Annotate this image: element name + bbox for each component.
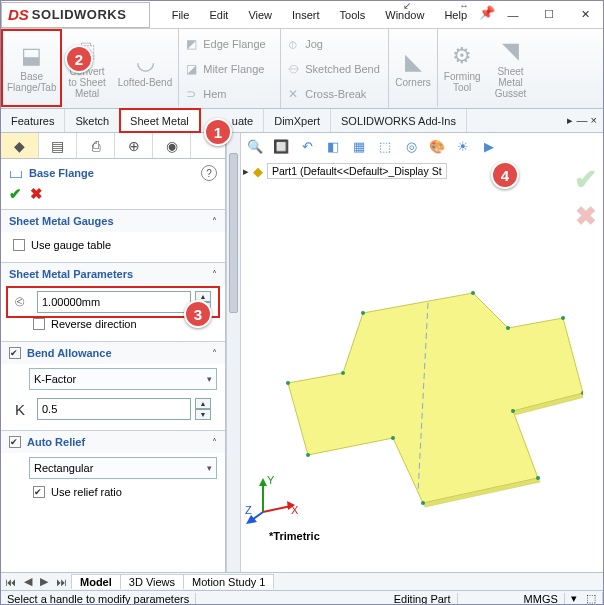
sketched-bend-label: Sketched Bend: [305, 63, 380, 75]
view-name: *Trimetric: [269, 530, 320, 542]
prev-view-icon[interactable]: ↶: [297, 137, 317, 155]
part-name[interactable]: Part1 (Default<<Default>_Display St: [267, 163, 447, 179]
svg-point-10: [536, 476, 540, 480]
k-spinner[interactable]: ▲▼: [195, 398, 211, 420]
menu-tools[interactable]: Tools: [330, 5, 376, 25]
pm-header: ⌴ Base Flange ?: [1, 159, 225, 183]
lofted-label: Lofted-Bend: [118, 77, 173, 88]
hem-button[interactable]: ⊃Hem: [183, 83, 276, 105]
tab-nav-last[interactable]: ⏭: [52, 576, 71, 588]
status-units[interactable]: MMGS: [518, 593, 565, 605]
main-menu: File Edit View Insert Tools Window Help …: [162, 5, 495, 25]
use-gauge-checkbox[interactable]: [13, 239, 25, 251]
bend-type-select[interactable]: K-Factor ▾: [29, 368, 217, 390]
svg-line-18: [263, 506, 291, 512]
zoom-area-icon[interactable]: 🔲: [271, 137, 291, 155]
edge-flange-label: Edge Flange: [203, 38, 265, 50]
scrollbar-thumb[interactable]: [229, 153, 238, 313]
k-factor-input[interactable]: [37, 398, 191, 420]
resize-arrow-icon: ↔: [459, 0, 469, 11]
chevron-down-icon: ▾: [207, 463, 212, 473]
menu-view[interactable]: View: [238, 5, 282, 25]
graphics-viewport[interactable]: 🔍 🔲 ↶ ◧ ▦ ⬚ ◎ 🎨 ☀ ▶ ▸ ◆ Part1 (Default<<…: [241, 133, 603, 572]
section-bend-title: Bend Allowance: [27, 347, 112, 359]
jog-button[interactable]: ⦶Jog: [285, 33, 384, 55]
svg-point-13: [306, 453, 310, 457]
pm-scrollbar[interactable]: [226, 133, 241, 572]
tab-sketch[interactable]: Sketch: [65, 109, 120, 132]
hide-show-icon[interactable]: ◎: [401, 137, 421, 155]
miter-flange-button[interactable]: ◪Miter Flange: [183, 58, 276, 80]
bend-allowance-checkbox[interactable]: [9, 347, 21, 359]
pm-tabs: ◆ ▤ ⎙ ⊕ ◉: [1, 133, 225, 159]
tab-addins[interactable]: SOLIDWORKS Add-Ins: [331, 109, 467, 132]
tab-dimxpert[interactable]: DimXpert: [264, 109, 331, 132]
pm-tab-config[interactable]: ⎙: [77, 133, 115, 158]
minimize-button[interactable]: —: [495, 2, 531, 28]
reverse-direction-checkbox[interactable]: [33, 318, 45, 330]
sketched-bend-button[interactable]: ⦵Sketched Bend: [285, 58, 384, 80]
tab-nav-prev[interactable]: ◀: [20, 575, 36, 588]
edge-flange-icon: ◩: [183, 36, 199, 52]
section-bend-header[interactable]: Bend Allowance ˄: [1, 342, 225, 364]
pm-title: Base Flange: [29, 167, 94, 179]
scene-icon[interactable]: ☀: [453, 137, 473, 155]
tab-model[interactable]: Model: [71, 574, 121, 589]
sketched-bend-icon: ⦵: [285, 61, 301, 77]
close-button[interactable]: ✕: [567, 2, 603, 28]
appearance-icon[interactable]: 🎨: [427, 137, 447, 155]
pm-tab-appearance[interactable]: ◉: [153, 133, 191, 158]
pm-tab-feature[interactable]: ◆: [1, 133, 39, 158]
pm-tab-properties[interactable]: ▤: [39, 133, 77, 158]
lofted-bend-button[interactable]: ◡ Lofted-Bend: [112, 29, 180, 107]
tab-sheet-metal[interactable]: Sheet Metal: [120, 109, 200, 132]
confirm-ok-icon[interactable]: ✔: [574, 163, 597, 196]
window-controls: — ☐ ✕: [495, 2, 603, 28]
feature-tree-flyout: ▸ ◆ Part1 (Default<<Default>_Display St: [243, 161, 601, 181]
gusset-button[interactable]: ◥ Sheet Metal Gusset: [487, 29, 535, 107]
confirm-cancel-icon[interactable]: ✖: [575, 201, 597, 232]
relief-type-select[interactable]: Rectangular ▾: [29, 457, 217, 479]
svg-text:Z: Z: [245, 504, 252, 516]
thickness-input[interactable]: [37, 291, 191, 313]
section-view-icon[interactable]: ◧: [323, 137, 343, 155]
menu-file[interactable]: File: [162, 5, 200, 25]
edge-flange-button[interactable]: ◩Edge Flange: [183, 33, 276, 55]
menu-help[interactable]: Help: [434, 5, 477, 25]
corners-button[interactable]: ◣ Corners: [389, 29, 438, 107]
status-extra[interactable]: ▾ ⬚: [565, 592, 603, 605]
relief-ratio-checkbox[interactable]: [33, 486, 45, 498]
menu-edit[interactable]: Edit: [199, 5, 238, 25]
section-gauges-header[interactable]: Sheet Metal Gauges ˄: [1, 210, 225, 232]
base-flange-button[interactable]: ⬓ Base Flange/Tab: [1, 29, 62, 107]
lofted-icon: ◡: [136, 49, 155, 75]
menu-insert[interactable]: Insert: [282, 5, 330, 25]
zoom-fit-icon[interactable]: 🔍: [245, 137, 265, 155]
pm-tab-display[interactable]: ⊕: [115, 133, 153, 158]
forming-tool-button[interactable]: ⚙ Forming Tool: [438, 29, 487, 107]
view-orient-icon[interactable]: ⬚: [375, 137, 395, 155]
svg-point-15: [341, 371, 345, 375]
tab-nav-first[interactable]: ⏮: [1, 576, 20, 588]
pin-icon[interactable]: 📌: [479, 5, 495, 25]
bend-group: ⦶Jog ⦵Sketched Bend ✕Cross-Break: [281, 29, 389, 108]
flyout-expand-icon[interactable]: ▸: [243, 165, 249, 178]
maximize-button[interactable]: ☐: [531, 2, 567, 28]
tab-overflow[interactable]: ▸ — ×: [561, 109, 603, 132]
use-gauge-label: Use gauge table: [31, 239, 111, 251]
pm-confirm-bar: ✔ ✖: [1, 183, 225, 209]
section-params-header[interactable]: Sheet Metal Parameters ˄: [1, 263, 225, 285]
pm-cancel-button[interactable]: ✖: [30, 185, 43, 203]
tab-features[interactable]: Features: [1, 109, 65, 132]
pm-ok-button[interactable]: ✔: [9, 185, 22, 203]
forming-label: Forming Tool: [444, 71, 481, 93]
render-icon[interactable]: ▶: [479, 137, 499, 155]
tab-nav-next[interactable]: ▶: [36, 575, 52, 588]
tab-3d-views[interactable]: 3D Views: [120, 574, 184, 589]
section-relief-header[interactable]: Auto Relief ˄: [1, 431, 225, 453]
help-icon[interactable]: ?: [201, 165, 217, 181]
cross-break-button[interactable]: ✕Cross-Break: [285, 83, 384, 105]
auto-relief-checkbox[interactable]: [9, 436, 21, 448]
tab-motion-study[interactable]: Motion Study 1: [183, 574, 274, 589]
display-style-icon[interactable]: ▦: [349, 137, 369, 155]
